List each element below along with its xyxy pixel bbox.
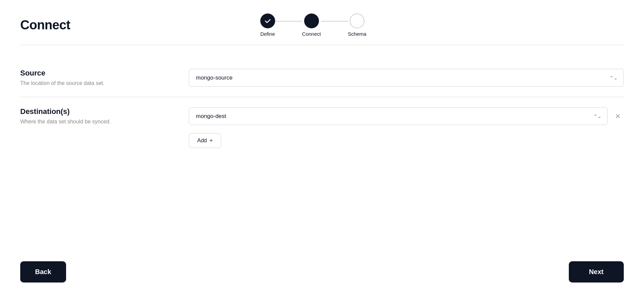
page-container: Connect Define Connect	[0, 0, 644, 296]
add-label: Add	[197, 138, 207, 144]
footer: Back Next	[20, 251, 624, 283]
next-button[interactable]: Next	[569, 261, 624, 283]
source-section: Source The location of the source data s…	[20, 59, 624, 97]
add-plus-icon: +	[209, 138, 212, 144]
page-title: Connect	[20, 18, 70, 32]
step-circle-connect	[304, 13, 319, 28]
step-connect: Connect	[302, 13, 321, 37]
connector-1	[275, 21, 302, 22]
step-define: Define	[260, 13, 275, 37]
destinations-control: mongo-dest postgres-dest mysql-dest ⌃⌄ ✕…	[189, 107, 624, 148]
step-circle-define	[260, 13, 275, 28]
content-area: Source The location of the source data s…	[20, 59, 624, 251]
back-button[interactable]: Back	[20, 261, 66, 283]
destinations-description: Where the data set should be synced.	[20, 119, 189, 125]
step-circle-schema	[350, 13, 364, 28]
source-select[interactable]: mongo-source postgres-source mysql-sourc…	[189, 69, 624, 87]
step-schema: Schema	[348, 13, 367, 37]
step-label-schema: Schema	[348, 31, 367, 37]
destinations-label-area: Destination(s) Where the data set should…	[20, 107, 189, 125]
step-label-define: Define	[260, 31, 275, 37]
stepper: Define Connect Schema	[260, 13, 367, 37]
source-select-wrapper: mongo-source postgres-source mysql-sourc…	[189, 69, 624, 87]
source-label-area: Source The location of the source data s…	[20, 69, 189, 86]
header: Connect Define Connect	[20, 13, 624, 37]
dest-select-wrapper-0: mongo-dest postgres-dest mysql-dest ⌃⌄	[189, 107, 608, 125]
connector-2	[321, 21, 348, 22]
source-description: The location of the source data set.	[20, 80, 189, 86]
source-control: mongo-source postgres-source mysql-sourc…	[189, 69, 624, 87]
source-title: Source	[20, 69, 189, 78]
destination-row-0: mongo-dest postgres-dest mysql-dest ⌃⌄ ✕	[189, 107, 624, 125]
destinations-title: Destination(s)	[20, 107, 189, 116]
step-label-connect: Connect	[302, 31, 321, 37]
destinations-section: Destination(s) Where the data set should…	[20, 97, 624, 158]
header-divider	[20, 45, 624, 45]
remove-destination-button-0[interactable]: ✕	[612, 110, 624, 122]
dest-select-0[interactable]: mongo-dest postgres-dest mysql-dest	[189, 107, 608, 125]
add-destination-button[interactable]: Add +	[189, 133, 221, 148]
checkmark-icon	[264, 17, 271, 25]
